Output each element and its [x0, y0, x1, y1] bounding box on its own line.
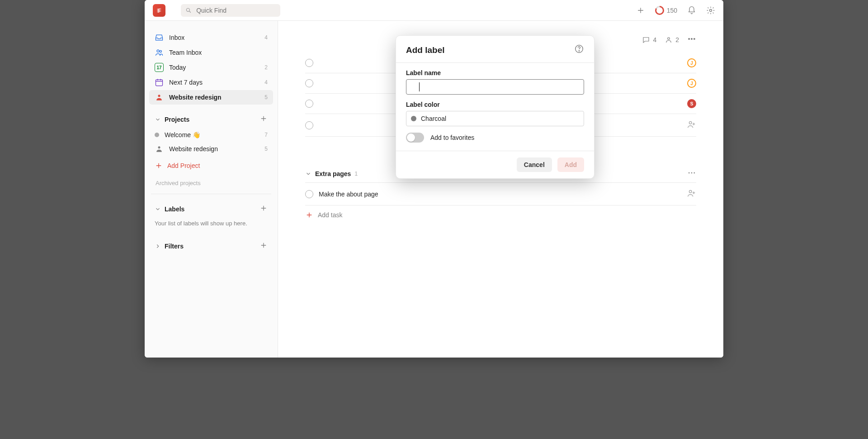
- project-more-button[interactable]: [687, 34, 696, 45]
- topbar-right: 150: [636, 6, 715, 15]
- label-name-label: Label name: [406, 69, 584, 76]
- app-logo[interactable]: [153, 4, 165, 17]
- quick-find-input[interactable]: [195, 6, 276, 14]
- today-count: 2: [264, 64, 268, 71]
- sidebar-item-inbox[interactable]: Inbox 4: [149, 30, 273, 45]
- field-label-color: Label color Charcoal: [406, 101, 584, 126]
- labels-header-label: Labels: [165, 205, 184, 213]
- bell-icon: [687, 6, 696, 15]
- labels-empty-text: Your list of labels will show up here.: [147, 218, 275, 231]
- inbox-count: 4: [264, 34, 268, 41]
- sidebar-item-next7[interactable]: Next 7 days 4: [149, 75, 273, 90]
- label-name-input[interactable]: [410, 80, 417, 94]
- team-inbox-icon: [155, 48, 164, 57]
- karma-value: 150: [667, 7, 677, 14]
- sidebar-section-labels[interactable]: Labels: [149, 200, 273, 217]
- website-redesign-shared-label: Website redesign: [169, 94, 222, 101]
- plus-icon: [259, 204, 268, 212]
- assign-button[interactable]: [686, 119, 696, 131]
- project-welcome-label: Welcome 👋: [165, 131, 200, 138]
- assignee-avatar[interactable]: S: [687, 99, 696, 108]
- sidebar-add-project[interactable]: Add Project: [149, 159, 273, 172]
- assignee-avatar[interactable]: J: [687, 79, 696, 88]
- karma-progress-icon: [655, 6, 664, 15]
- project-website-redesign-count: 5: [264, 146, 268, 152]
- sidebar-project-welcome[interactable]: Welcome 👋 7: [149, 129, 273, 141]
- sidebar-project-website-redesign[interactable]: Website redesign 5: [149, 142, 273, 156]
- add-label-button[interactable]: [259, 204, 268, 214]
- quick-add-button[interactable]: [636, 6, 645, 15]
- calendar-today-icon: 17: [155, 63, 164, 72]
- more-horizontal-icon: [687, 168, 696, 177]
- people-count: 2: [675, 36, 679, 43]
- assignee-avatar[interactable]: J: [687, 58, 696, 67]
- sidebar-section-filters[interactable]: Filters: [149, 238, 273, 254]
- comments-count: 4: [653, 36, 656, 43]
- project-color-dot: [155, 133, 159, 137]
- task-checkbox[interactable]: [305, 59, 313, 67]
- svg-point-6: [158, 146, 160, 148]
- modal-header: Add label: [396, 36, 594, 63]
- notifications-button[interactable]: [687, 6, 696, 15]
- add-task-button[interactable]: Add task: [305, 205, 696, 224]
- svg-point-14: [694, 172, 695, 174]
- plus-icon: [305, 211, 313, 219]
- comments-chip[interactable]: 4: [642, 36, 656, 44]
- favorites-label: Add to favorites: [430, 134, 474, 141]
- add-label-modal: Add label Label name Label color: [396, 35, 594, 179]
- filters-header-label: Filters: [165, 243, 184, 250]
- calendar-week-icon: [155, 78, 164, 87]
- search-icon: [185, 7, 192, 14]
- website-redesign-shared-count: 5: [264, 94, 268, 100]
- add-button[interactable]: Add: [557, 157, 584, 172]
- label-name-input-wrap: [406, 79, 584, 95]
- gear-icon: [706, 6, 715, 15]
- task-checkbox[interactable]: [305, 100, 313, 108]
- sidebar-item-today[interactable]: 17 Today 2: [149, 60, 273, 75]
- karma-badge[interactable]: 150: [655, 6, 677, 15]
- svg-point-12: [689, 172, 690, 174]
- svg-point-15: [689, 191, 692, 193]
- add-filter-button[interactable]: [259, 241, 268, 251]
- modal-footer: Cancel Add: [396, 151, 594, 178]
- chevron-down-icon: [155, 116, 161, 123]
- project-welcome-count: 7: [264, 132, 268, 138]
- add-project-inline-button[interactable]: [259, 115, 268, 124]
- inbox-label: Inbox: [169, 34, 184, 41]
- sidebar-archived-projects[interactable]: Archived projects: [147, 175, 275, 191]
- label-color-label: Label color: [406, 101, 584, 108]
- svg-point-9: [691, 38, 693, 40]
- people-chip[interactable]: 2: [665, 36, 679, 44]
- svg-point-3: [160, 50, 161, 52]
- svg-point-10: [694, 38, 695, 40]
- svg-point-2: [157, 50, 159, 52]
- settings-button[interactable]: [706, 6, 715, 15]
- sidebar-section-projects[interactable]: Projects: [149, 111, 273, 128]
- svg-point-1: [710, 9, 712, 11]
- field-add-to-favorites: Add to favorites: [406, 133, 584, 143]
- task-checkbox[interactable]: [305, 121, 313, 129]
- section-extra-pages-count: 1: [354, 171, 358, 177]
- modal-help-button[interactable]: [574, 44, 584, 56]
- cancel-button[interactable]: Cancel: [517, 157, 552, 172]
- assign-button[interactable]: [686, 188, 696, 200]
- favorites-toggle[interactable]: [406, 133, 424, 143]
- section-more-button[interactable]: [687, 168, 696, 179]
- team-inbox-label: Team Inbox: [169, 49, 202, 56]
- sidebar-item-team-inbox[interactable]: Team Inbox: [149, 45, 273, 60]
- task-checkbox[interactable]: [305, 79, 313, 87]
- label-color-select[interactable]: Charcoal: [406, 111, 584, 126]
- help-circle-icon: [574, 44, 584, 54]
- plus-icon: [636, 6, 645, 15]
- task-checkbox[interactable]: [305, 190, 313, 198]
- label-color-value: Charcoal: [421, 115, 446, 122]
- quick-find[interactable]: [181, 4, 280, 17]
- svg-point-7: [668, 37, 670, 39]
- app-window: 150 Inbox 4 Team Inbox 17 To: [145, 0, 723, 358]
- sidebar-item-website-redesign-shared[interactable]: Website redesign 5: [149, 90, 273, 105]
- task-row[interactable]: Make the about page: [305, 183, 696, 205]
- plus-icon: [259, 241, 268, 249]
- modal-body: Label name Label color Charcoal Add to: [396, 63, 594, 151]
- chevron-down-icon: [305, 171, 311, 177]
- sidebar-divider: [151, 194, 271, 194]
